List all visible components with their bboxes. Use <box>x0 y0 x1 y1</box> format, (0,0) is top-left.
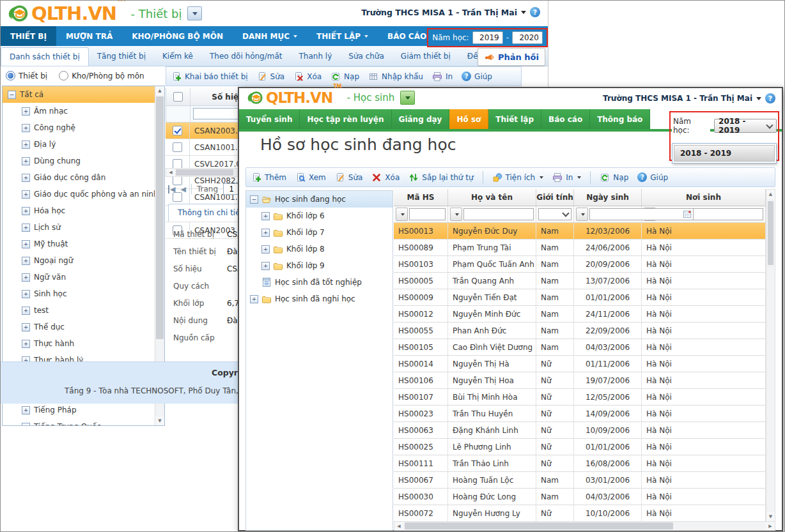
first-page-icon[interactable]: ◀ <box>168 185 175 194</box>
toolbar-button-s-p-l-i-th-t[interactable]: Sắp lại thứ tự <box>408 172 473 183</box>
subtab-t-ng-thi-t-b[interactable]: Tăng thiết bị <box>89 46 154 66</box>
toolbar-button-in[interactable]: In <box>432 72 453 82</box>
tree-node-gi-o-d-c-qu-c-ph-ng-v-an-ninh[interactable]: +Giáo dục quốc phòng và an ninh <box>3 186 164 202</box>
scroll-up-button[interactable]: ▲ <box>766 190 775 199</box>
expand-icon[interactable]: + <box>22 157 30 165</box>
expand-icon[interactable]: + <box>22 224 30 232</box>
feedback-button[interactable]: Phản hồi <box>478 48 545 66</box>
scroll-down-button[interactable]: ▼ <box>155 416 164 425</box>
scrollbar-thumb[interactable] <box>768 201 773 265</box>
nav-tab-danh-m-c[interactable]: DANH MỤC <box>233 26 307 46</box>
tree-node-h-c-sinh-t-t-nghi-p[interactable]: Học sinh đã tốt nghiệp <box>246 274 392 291</box>
tree-node-kh-i-l-p-6[interactable]: +Khối lớp 6 <box>246 208 392 224</box>
column-header-ng-y-sinh[interactable]: Ngày sinh <box>574 189 642 206</box>
toolbar-button-x-a[interactable]: Xóa <box>371 172 400 183</box>
expand-icon[interactable]: + <box>261 262 270 270</box>
student-row[interactable]: HS00009Nguyễn Tiến ĐạtNam01/01/2006Hà Nộ… <box>394 289 766 306</box>
tree-node-kh-i-l-p-8[interactable]: +Khối lớp 8 <box>246 241 392 257</box>
expand-icon[interactable]: + <box>250 295 258 303</box>
tree-node-all[interactable]: −Tất cả <box>3 86 164 103</box>
student-row[interactable]: HS00067Hoàng Tuấn LộcNam03/01/2006Hà Nội <box>394 472 766 489</box>
table-hscrollbar[interactable]: ◀ ▶ <box>394 521 775 531</box>
toolbar-button-xem[interactable]: Xem <box>295 172 326 183</box>
student-row[interactable]: HS00105Cao Đình Việt DươngNam04/03/2006H… <box>394 339 766 356</box>
birthdate-filter-input[interactable] <box>589 208 694 220</box>
filter-input-m-hs[interactable] <box>409 208 446 220</box>
column-header-gi-i-t-nh[interactable]: Giới tính <box>536 189 574 206</box>
expand-icon[interactable]: + <box>22 141 30 149</box>
filter-menu-button[interactable] <box>450 208 462 221</box>
student-row[interactable]: HS00055Phan Anh ĐứcNam22/09/2006Hà Nội <box>394 323 766 339</box>
prev-page-icon[interactable]: ◀ <box>180 185 185 194</box>
expand-icon[interactable]: + <box>22 406 30 414</box>
row-checkbox[interactable] <box>173 159 182 169</box>
subtab-danh-s-ch-thi-t-b[interactable]: Danh sách thiết bị <box>1 47 89 66</box>
student-row[interactable]: HS00025Lê Phương LinhNữ01/01/2006Hà Nội <box>394 439 766 455</box>
scroll-right-button[interactable]: ▶ <box>766 522 775 530</box>
gender-filter-select[interactable] <box>538 208 571 220</box>
student-row[interactable]: HS00014Nguyễn Thị HàNữ01/11/2006Hà Nội <box>394 356 766 372</box>
tree-node-m-thu-t[interactable]: +Mỹ thuật <box>3 236 164 252</box>
expand-icon[interactable]: + <box>22 207 30 215</box>
student-row[interactable]: HS00023Trần Thu HuyềnNữ14/09/2006Hà Nội <box>394 406 766 422</box>
filter-input-h-v-t-n[interactable] <box>463 208 534 220</box>
tree-node-ng-v-n[interactable]: +Ngữ văn <box>3 269 164 285</box>
help-icon[interactable]: ? <box>765 93 775 103</box>
column-header-m-hs[interactable]: Mã HS <box>394 189 448 206</box>
expand-icon[interactable]: + <box>22 273 30 282</box>
filter-menu-button[interactable] <box>396 208 408 221</box>
tree-node-th-d-c[interactable]: +Thể dục <box>3 319 164 335</box>
row-checkbox[interactable] <box>173 126 182 135</box>
expand-icon[interactable]: + <box>261 229 270 237</box>
nav-tab-kho-ph-ng-b-m-n[interactable]: KHO/PHÒNG BỘ MÔN <box>122 26 233 46</box>
tree-node-l-ch-s[interactable]: +Lịch sử <box>3 219 164 236</box>
help-icon[interactable]: ? <box>530 7 540 17</box>
nav-tab-thi-t-b[interactable]: THIẾT BỊ <box>1 26 56 46</box>
expand-icon[interactable]: + <box>22 340 30 348</box>
school-year-option[interactable]: 2018 - 2019 <box>674 145 775 162</box>
expand-icon[interactable]: + <box>22 174 30 182</box>
row-checkbox[interactable] <box>173 142 182 152</box>
toolbar-button-ti-n-ch[interactable]: Tiện ích <box>492 172 544 183</box>
tree-node-h-c-sinh-ang-h-c[interactable]: −Học sinh đang học <box>246 191 392 208</box>
nav-tab-h-c-t-p-r-n-luy-n[interactable]: Học tập rèn luyện <box>300 109 391 129</box>
nav-tab-m-n-tr[interactable]: MƯỢN TRẢ <box>56 26 122 46</box>
select-all-checkbox[interactable] <box>173 92 183 102</box>
student-row[interactable]: HS00012Nguyễn Minh ĐứcNam24/11/2006Hà Nộ… <box>394 306 766 323</box>
toolbar-button-gi-p[interactable]: ?Giúp <box>637 172 668 182</box>
year-to-input[interactable]: 2020 <box>512 31 543 44</box>
student-row[interactable]: HS00072Nguyễn Hương LyNữ10/10/2006Hà Nội <box>394 505 766 522</box>
tree-node-m-nh-c[interactable]: +Âm nhạc <box>3 103 164 119</box>
subtab-thanh-l[interactable]: Thanh lý <box>291 46 341 66</box>
subtab-gi-m-thi-t-b[interactable]: Giảm thiết bị <box>392 46 459 66</box>
nav-tab-gi-ng-d-y[interactable]: Giảng dạy <box>392 109 450 129</box>
student-row[interactable]: HS00013Nguyễn Đức DuyNam12/03/2006Hà Nội <box>394 223 766 239</box>
toolbar-button-gi-p[interactable]: ?Giúp <box>462 72 492 81</box>
tree-node-test[interactable]: +test <box>3 302 164 319</box>
tree-node-kh-i-l-p-7[interactable]: +Khối lớp 7 <box>246 224 392 241</box>
filter-menu-button[interactable] <box>576 208 588 221</box>
device-type-radio-thi-t-b[interactable]: Thiết bị <box>6 71 47 80</box>
toolbar-button-in[interactable]: In <box>552 172 581 183</box>
subtab-s-a-ch-a[interactable]: Sửa chữa <box>340 46 392 66</box>
scrollbar-thumb[interactable] <box>405 522 673 529</box>
expand-icon[interactable]: + <box>261 212 270 220</box>
scroll-up-button[interactable]: ▲ <box>155 86 164 95</box>
student-row[interactable]: HS00063Đặng Khánh LinhNữ10/09/2006Hà Nội <box>394 422 766 439</box>
student-row[interactable]: HS00111Trần Thảo LinhNữ16/08/2006Hà Nội <box>394 455 766 472</box>
account-menu[interactable]: Trường THCS MISA 1 - Trần Thị Mai ? <box>603 93 775 103</box>
expand-icon[interactable]: + <box>22 290 30 298</box>
nav-tab-th-ng-b-o[interactable]: Thông báo <box>590 109 650 129</box>
subtab-theo-d-i-h-ng-m-t[interactable]: Theo dõi hỏng/mất <box>201 46 291 66</box>
year-from-input[interactable]: 2019 <box>472 31 503 44</box>
expand-icon[interactable]: + <box>22 190 30 199</box>
tree-node-ngo-i-ng[interactable]: +Ngoại ngữ <box>3 252 164 269</box>
subtab-ki-m-k[interactable]: Kiểm kê <box>154 46 201 66</box>
school-year-select[interactable]: 2018 - 2019 <box>714 119 777 133</box>
collapse-icon[interactable]: − <box>8 91 16 99</box>
expand-icon[interactable]: + <box>22 307 30 315</box>
toolbar-button-s-a[interactable]: Sửa <box>257 72 285 82</box>
tree-node-kh-i-l-p-9[interactable]: +Khối lớp 9 <box>246 257 392 274</box>
toolbar-button-s-a[interactable]: Sửa <box>335 172 363 183</box>
toolbar-button-th-m[interactable]: Thêm <box>251 172 286 183</box>
